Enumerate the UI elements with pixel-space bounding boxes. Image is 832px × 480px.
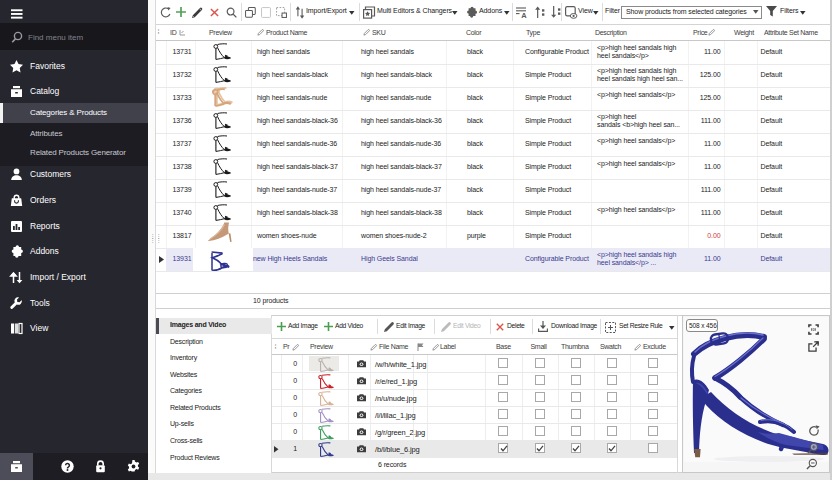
- svg-text:A: A: [521, 11, 527, 20]
